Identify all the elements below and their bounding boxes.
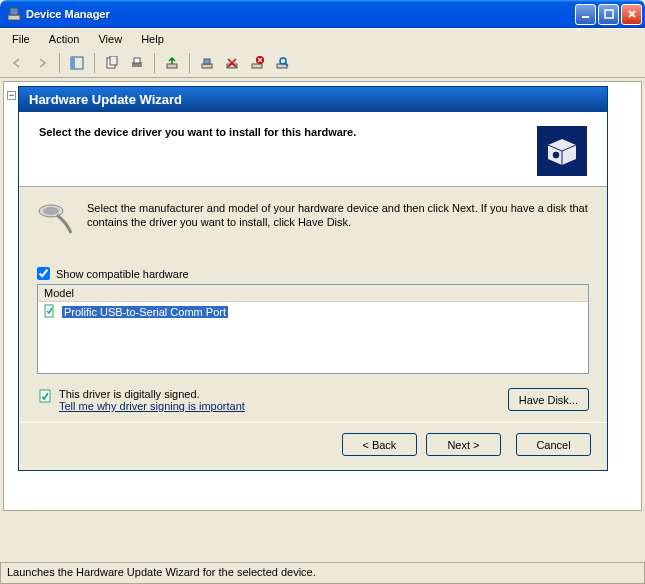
- svg-rect-1: [10, 8, 18, 15]
- menu-file[interactable]: File: [4, 31, 38, 47]
- wizard-heading: Select the device driver you want to ins…: [39, 126, 537, 138]
- have-disk-button[interactable]: Have Disk...: [508, 388, 589, 411]
- nav-back-button: [6, 52, 28, 74]
- app-icon: [6, 6, 22, 22]
- show-compatible-checkbox[interactable]: [37, 267, 50, 280]
- svg-rect-2: [582, 16, 589, 18]
- status-text: Launches the Hardware Update Wizard for …: [7, 566, 316, 578]
- driver-box-icon: [537, 126, 587, 176]
- close-button[interactable]: [621, 4, 642, 25]
- svg-rect-14: [252, 64, 262, 68]
- svg-point-20: [552, 151, 560, 159]
- menu-action[interactable]: Action: [41, 31, 88, 47]
- svg-rect-10: [167, 64, 177, 68]
- device-tree: − PEQUENA Hardware Update Wizard Select …: [3, 81, 642, 511]
- svg-rect-12: [204, 59, 210, 64]
- model-list-header[interactable]: Model: [38, 285, 588, 302]
- certificate-icon: [37, 388, 59, 408]
- minimize-button[interactable]: [575, 4, 596, 25]
- driver-signing-link[interactable]: Tell me why driver signing is important: [59, 400, 245, 412]
- menu-bar: File Action View Help: [0, 28, 645, 49]
- enable-button[interactable]: [196, 52, 218, 74]
- svg-rect-3: [605, 10, 613, 18]
- show-hide-tree-button[interactable]: [66, 52, 88, 74]
- status-bar: Launches the Hardware Update Wizard for …: [0, 562, 645, 584]
- disable-button[interactable]: [221, 52, 243, 74]
- cancel-button[interactable]: Cancel: [516, 433, 591, 456]
- signed-driver-icon: [42, 303, 58, 321]
- menu-view[interactable]: View: [90, 31, 130, 47]
- scan-hardware-button[interactable]: [271, 52, 293, 74]
- svg-rect-0: [8, 15, 20, 20]
- toolbar-separator: [189, 53, 190, 73]
- wizard-instructions: Select the manufacturer and model of you…: [87, 201, 589, 237]
- toolbar-separator: [59, 53, 60, 73]
- nav-forward-button: [31, 52, 53, 74]
- model-listbox[interactable]: Model Prolific USB-to-Serial Comm Port: [37, 284, 589, 374]
- svg-rect-5: [71, 57, 75, 69]
- back-button[interactable]: < Back: [342, 433, 417, 456]
- show-compatible-label: Show compatible hardware: [56, 268, 189, 280]
- uninstall-button[interactable]: [246, 52, 268, 74]
- wizard-button-bar: < Back Next > Cancel: [19, 422, 607, 470]
- toolbar: [0, 49, 645, 78]
- next-button[interactable]: Next >: [426, 433, 501, 456]
- svg-rect-7: [110, 56, 117, 65]
- update-driver-button[interactable]: [161, 52, 183, 74]
- hardware-update-wizard: Hardware Update Wizard Select the device…: [18, 86, 608, 471]
- svg-rect-9: [134, 58, 140, 63]
- menu-help[interactable]: Help: [133, 31, 172, 47]
- toolbar-separator: [94, 53, 95, 73]
- collapse-icon[interactable]: −: [7, 91, 16, 100]
- port-icon: [37, 201, 77, 237]
- signed-text: This driver is digitally signed.: [59, 388, 508, 400]
- svg-rect-23: [45, 305, 53, 317]
- properties-button[interactable]: [101, 52, 123, 74]
- toolbar-separator: [154, 53, 155, 73]
- window-titlebar: Device Manager: [0, 0, 645, 28]
- wizard-title: Hardware Update Wizard: [19, 87, 607, 112]
- model-item-label: Prolific USB-to-Serial Comm Port: [62, 306, 228, 318]
- svg-rect-11: [202, 64, 212, 68]
- window-title: Device Manager: [26, 8, 573, 20]
- model-list-item[interactable]: Prolific USB-to-Serial Comm Port: [38, 302, 588, 322]
- maximize-button[interactable]: [598, 4, 619, 25]
- svg-point-22: [43, 207, 59, 215]
- print-button[interactable]: [126, 52, 148, 74]
